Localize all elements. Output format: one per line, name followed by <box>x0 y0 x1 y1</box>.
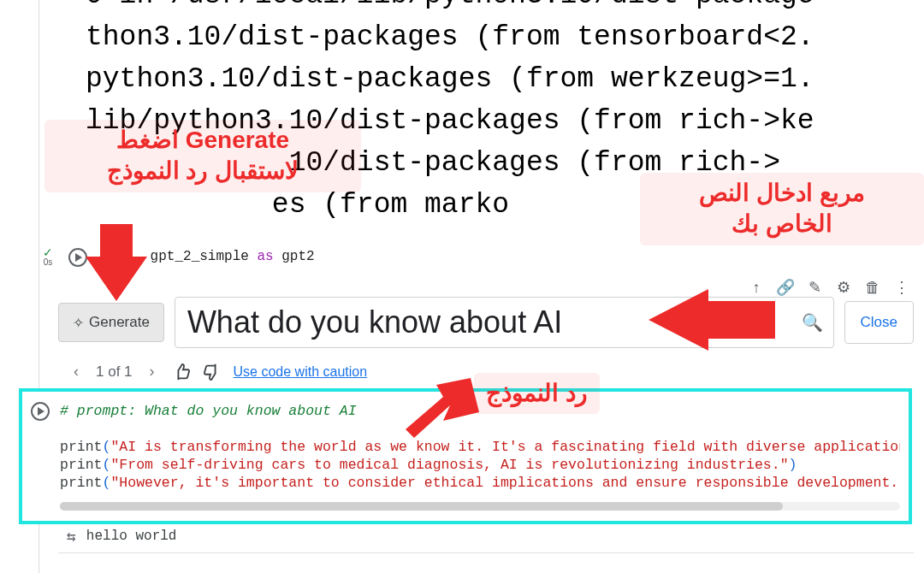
spark-icon: ✧ <box>73 315 84 331</box>
annotation-generate: اضغط Generate لاستقبال رد النموذج <box>44 120 361 192</box>
more-icon[interactable]: ⋮ <box>893 279 910 296</box>
settings-icon[interactable]: ⚙ <box>835 279 852 296</box>
suggestion-counter: 1 of 1 <box>96 363 133 381</box>
run-cell-button[interactable] <box>68 248 87 267</box>
cell-status: ✓ 0s <box>41 247 55 267</box>
next-suggestion[interactable]: › <box>145 361 160 382</box>
play-icon <box>75 253 82 262</box>
scrollbar-thumb[interactable] <box>60 502 783 511</box>
arrow-response <box>404 373 481 450</box>
module-name: gpt_2_simple <box>142 249 257 264</box>
output-below: ⇆ hello world <box>67 527 176 546</box>
thumbs-up-icon[interactable] <box>172 362 192 382</box>
annotation-input: مربع ادخال النص الخاص بك <box>640 173 924 245</box>
variable-inspector-icon[interactable]: ⇆ <box>67 527 76 546</box>
search-icon[interactable]: 🔍 <box>802 312 823 333</box>
use-caution-link[interactable]: Use code with caution <box>234 364 368 380</box>
hello-world-output: hello world <box>86 529 177 544</box>
edit-icon[interactable]: ✎ <box>806 279 823 296</box>
cell-toolbar: ↑ 🔗 ✎ ⚙ 🗑 ⋮ <box>744 275 914 299</box>
move-up-icon[interactable]: ↑ <box>748 279 765 296</box>
arrow-down-generate <box>86 257 147 301</box>
run-response-button[interactable] <box>31 402 50 421</box>
play-icon <box>38 407 44 416</box>
check-icon: ✓ <box>41 247 55 257</box>
annotation-response: رد النموذج <box>474 373 600 414</box>
arrow-stem-1 <box>100 224 133 260</box>
arrow-left-input <box>649 289 708 351</box>
generate-label: Generate <box>89 314 150 331</box>
suggestion-nav: ‹ 1 of 1 › Use code with caution <box>68 361 367 382</box>
arrow-stem-2 <box>707 301 775 339</box>
link-icon[interactable]: 🔗 <box>777 279 794 296</box>
thumbs-down-icon[interactable] <box>201 362 222 382</box>
cell-time: 0s <box>44 257 53 267</box>
close-button[interactable]: Close <box>844 301 914 344</box>
prev-suggestion[interactable]: ‹ <box>68 361 84 382</box>
generate-row: ✧ Generate What do you know about AI 🔍 C… <box>58 297 914 348</box>
horizontal-scrollbar[interactable] <box>60 502 900 511</box>
svg-marker-0 <box>406 378 479 438</box>
cell-divider <box>58 552 914 553</box>
alias-name: gpt2 <box>274 249 315 264</box>
generate-button[interactable]: ✧ Generate <box>58 303 164 342</box>
prompt-text: What do you know about AI <box>187 304 562 340</box>
as-keyword: as <box>257 249 273 264</box>
delete-icon[interactable]: 🗑 <box>864 279 881 296</box>
